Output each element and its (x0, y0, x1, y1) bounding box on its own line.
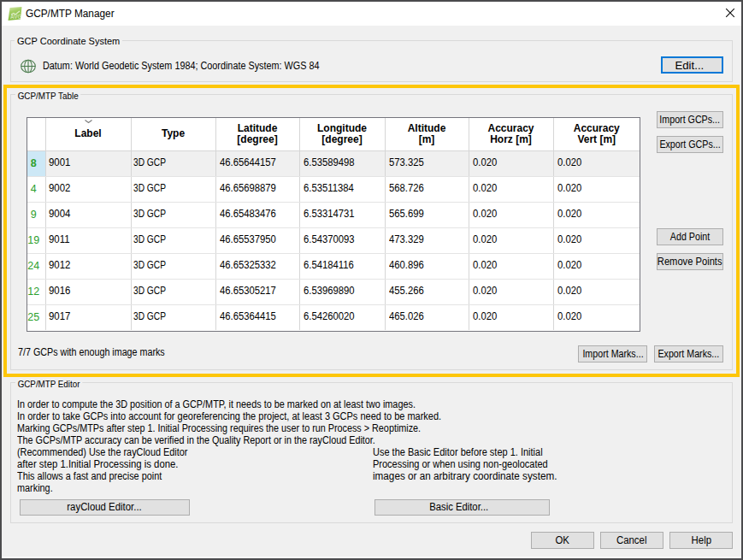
svg-text:AVG: AVG (10, 14, 22, 20)
